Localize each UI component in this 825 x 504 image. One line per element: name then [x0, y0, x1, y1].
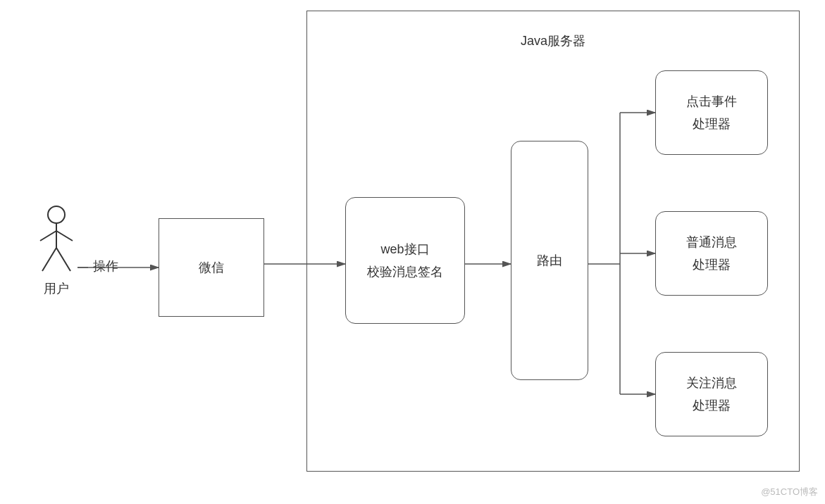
- node-click-handler: 点击事件 处理器: [655, 70, 768, 155]
- click-handler-line2: 处理器: [693, 113, 731, 135]
- web-line2: 校验消息签名: [367, 260, 443, 283]
- router-label: 路由: [537, 249, 562, 272]
- person-icon: [39, 204, 74, 275]
- node-router: 路由: [511, 141, 588, 380]
- svg-line-13: [42, 248, 56, 271]
- server-title: Java服务器: [521, 32, 585, 49]
- follow-handler-line1: 关注消息: [686, 372, 737, 394]
- normal-handler-line2: 处理器: [693, 253, 731, 276]
- watermark: @51CTO博客: [761, 486, 818, 498]
- node-normal-handler: 普通消息 处理器: [655, 211, 768, 296]
- node-wechat: 微信: [159, 218, 264, 317]
- wechat-label: 微信: [199, 256, 224, 279]
- click-handler-line1: 点击事件: [686, 90, 737, 113]
- svg-point-9: [48, 206, 65, 223]
- svg-line-11: [40, 231, 56, 241]
- svg-line-14: [56, 248, 70, 271]
- actor-user: 用户: [39, 204, 74, 297]
- node-web-interface: web接口 校验消息签名: [345, 197, 465, 324]
- follow-handler-line2: 处理器: [693, 394, 731, 417]
- edge-operate-label: 操作: [93, 258, 118, 275]
- svg-line-12: [56, 231, 73, 241]
- actor-label: 用户: [39, 280, 74, 297]
- node-follow-handler: 关注消息 处理器: [655, 352, 768, 436]
- web-line1: web接口: [380, 238, 429, 260]
- architecture-diagram: 用户 操作 微信 Java服务器 web接口 校验消息签名 路由 点击事件 处理…: [0, 0, 825, 504]
- normal-handler-line1: 普通消息: [686, 231, 737, 253]
